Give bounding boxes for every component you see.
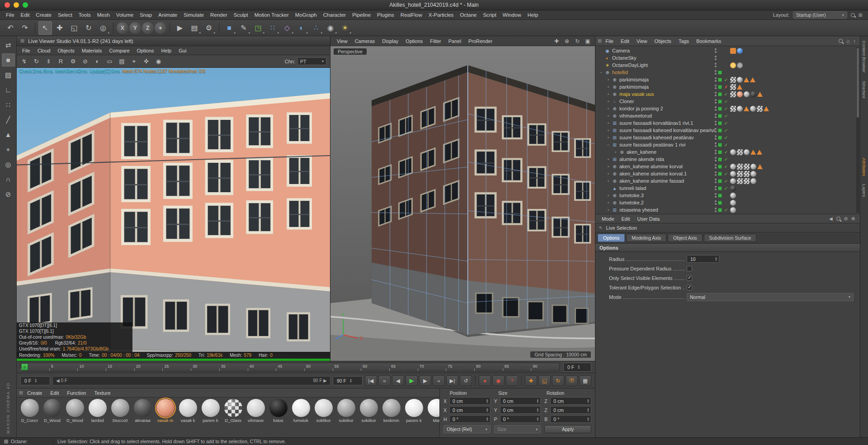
material-item[interactable]: D_Concr xyxy=(19,399,40,423)
expand-toggle[interactable]: + xyxy=(605,208,611,212)
live-selection-tool-icon[interactable]: ↖ ▾ xyxy=(38,21,52,35)
scale-tool-icon[interactable]: ◱ ▾ xyxy=(67,21,81,35)
x-axis-lock-button[interactable]: X ▾ xyxy=(117,22,128,34)
check-tag[interactable] xyxy=(744,164,750,170)
visibility-dots[interactable] xyxy=(715,193,717,198)
enable-state[interactable]: ✓ xyxy=(723,114,729,118)
goto-start-button[interactable]: |◀ xyxy=(365,375,377,386)
visibility-dots[interactable] xyxy=(715,150,717,154)
enable-state[interactable]: ✓ xyxy=(723,77,729,82)
layout-select[interactable]: Startup (User)▾ xyxy=(793,11,847,19)
object-label[interactable]: parkimismaja xyxy=(619,77,649,82)
menu-item[interactable]: Script xyxy=(480,12,499,18)
lock-icon[interactable]: ⊘ xyxy=(844,216,848,221)
menu-item[interactable]: Sculpt xyxy=(231,12,251,18)
spline-pen-button[interactable]: ✎ ▾ xyxy=(237,21,250,35)
menu-item[interactable]: Help xyxy=(158,48,175,53)
scrollbar-thumb[interactable] xyxy=(857,48,859,118)
close-window-button[interactable] xyxy=(5,2,10,8)
expand-toggle[interactable]: − xyxy=(605,143,611,147)
object-row[interactable]: + ∴ Cloner ✓ xyxy=(595,98,860,105)
options-section-header[interactable]: Options xyxy=(595,244,860,252)
object-type-icon[interactable]: ⊕ xyxy=(611,106,618,111)
timeline-tick[interactable]: 45 xyxy=(276,363,304,371)
object-label[interactable]: vihmaveetorud xyxy=(619,113,652,118)
separator[interactable]: ▾ xyxy=(170,23,170,33)
dark-tag[interactable] xyxy=(730,185,736,191)
material-item[interactable]: vasak m xyxy=(155,399,176,423)
side-tab-layers[interactable]: Layers xyxy=(862,182,867,199)
selection-mode-select[interactable]: Normal▾ xyxy=(687,293,854,301)
expand-toggle[interactable]: + xyxy=(605,165,611,169)
material-item[interactable]: vihmave xyxy=(245,399,266,423)
menu-item[interactable]: Compare xyxy=(105,48,133,53)
material-item[interactable]: aknaraa xyxy=(132,399,153,423)
layer-state-chip[interactable] xyxy=(718,201,722,205)
expand-toggle[interactable]: + xyxy=(605,85,611,89)
layer-state-chip[interactable] xyxy=(718,128,722,133)
enable-state[interactable]: ✓ xyxy=(723,142,729,147)
layer-state-chip[interactable] xyxy=(718,85,722,89)
tolerant-selection-checkbox[interactable] xyxy=(687,285,692,290)
object-type-icon[interactable]: ⊞ xyxy=(611,142,618,147)
object-type-icon[interactable]: ☀ xyxy=(604,63,611,68)
timeline-tick[interactable]: 20 xyxy=(134,363,163,371)
lock-resolution-icon[interactable]: ⊘ xyxy=(80,57,91,66)
key-rotation-button[interactable]: ↻ xyxy=(552,375,564,386)
visibility-dots[interactable] xyxy=(715,106,717,111)
stepper-arrows-icon[interactable]: ▲▼ xyxy=(536,399,539,403)
tri-tag[interactable] xyxy=(737,85,742,90)
camera-button[interactable]: ◉ ▾ xyxy=(324,21,337,35)
tri-tag[interactable] xyxy=(750,77,755,82)
ball-tag[interactable] xyxy=(744,91,750,97)
object-row[interactable]: − ⊞ suure fassaadi peatänav 1 rivi ✓ xyxy=(595,141,860,148)
stepper-arrows-icon[interactable]: ▲▼ xyxy=(536,417,539,421)
layer-state-chip[interactable] xyxy=(718,179,722,183)
material-picker-icon[interactable]: ✜ xyxy=(141,57,152,66)
octane-render-view[interactable]: Check:2ms./5ms. MeshGen:42ms. Update[C]:… xyxy=(17,68,330,361)
material-item[interactable]: lambid xyxy=(87,399,108,423)
enable-state[interactable]: ✓ xyxy=(723,135,729,140)
render-view-button[interactable]: ▶ ▾ xyxy=(173,21,187,35)
visibility-dots[interactable] xyxy=(715,186,717,190)
play-button[interactable]: ▶ xyxy=(406,375,418,386)
current-frame-field[interactable]: 0 F ▲▼ xyxy=(563,363,591,372)
current-frame-marker[interactable]: 0 xyxy=(21,364,28,370)
object-type-icon[interactable]: ⊞ xyxy=(611,135,618,140)
tri-tag[interactable] xyxy=(757,150,762,155)
menu-item[interactable]: Volume xyxy=(113,12,137,18)
visibility-dots[interactable] xyxy=(715,128,717,133)
ball-tag[interactable] xyxy=(750,171,756,177)
preview-range-slider[interactable]: ◀ 0 F 90 F ▶ xyxy=(52,376,330,385)
separator[interactable]: ▾ xyxy=(113,23,113,33)
visibility-dots[interactable] xyxy=(715,121,717,125)
visibility-dots[interactable] xyxy=(715,171,717,176)
object-row[interactable]: + ⊕ aken_kahene alumine korval ✓ xyxy=(595,163,860,170)
layer-state-chip[interactable] xyxy=(718,157,722,161)
layer-state-chip[interactable] xyxy=(718,208,722,212)
check-tag[interactable] xyxy=(730,106,736,112)
expand-toggle[interactable]: + xyxy=(605,194,611,198)
snap-icon[interactable]: ∩ xyxy=(2,173,15,186)
expand-toggle[interactable]: + xyxy=(613,150,618,154)
menu-item[interactable]: Objects xyxy=(54,48,78,53)
object-row[interactable]: + ⊕ parkimismaja ✓ xyxy=(595,76,860,83)
position-input[interactable]: 0 cm▲▼ xyxy=(550,397,591,405)
object-row[interactable]: + ⊞ suure fassaadi kahesed korvaltänav p… xyxy=(595,127,860,134)
menu-item[interactable]: Cameras xyxy=(351,38,379,44)
enable-state[interactable]: ✓ xyxy=(723,99,729,104)
object-type-icon[interactable]: ⊕ xyxy=(611,114,618,118)
object-row[interactable]: + ⊕ parkimismaja ✗ xyxy=(595,83,860,90)
separator[interactable] xyxy=(521,376,522,386)
menu-item[interactable]: Plugins xyxy=(374,12,397,18)
object-label[interactable]: aken_kahene alumine fassad xyxy=(619,178,684,184)
position-input[interactable]: 0 cm▲▼ xyxy=(449,397,491,405)
expand-toggle[interactable]: + xyxy=(605,172,611,176)
object-label[interactable]: suure fassaadi kahesed korvaltänav peari… xyxy=(619,128,715,133)
material-item[interactable]: D_Wood xyxy=(64,399,85,423)
menu-item[interactable]: View xyxy=(333,38,351,44)
goto-end-button[interactable]: ▶| xyxy=(446,375,458,386)
menu-item[interactable]: User Data xyxy=(634,216,664,222)
menu-item[interactable]: Tools xyxy=(75,12,94,18)
enable-state[interactable]: ✓ xyxy=(723,179,729,184)
